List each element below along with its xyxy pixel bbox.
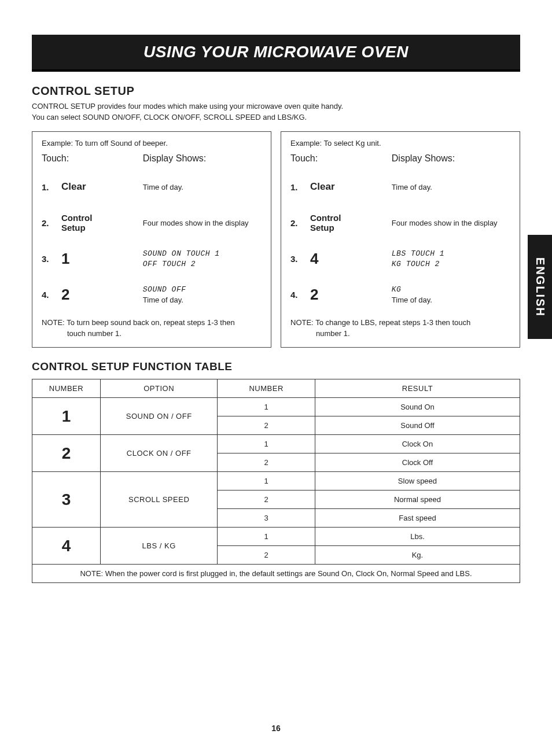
lcd-text: LBS TOUCH 1	[392, 249, 510, 259]
table-row: 3 SCROLL SPEED 1 Slow speed	[32, 472, 520, 491]
page-number: 16	[0, 724, 552, 733]
option-number: 1	[32, 398, 101, 435]
result: Sound Off	[315, 416, 520, 435]
lcd-text: SOUND OFF	[143, 285, 262, 295]
result: Clock Off	[315, 453, 520, 472]
step-touch: ControlSetup	[61, 213, 143, 233]
note-label: NOTE:	[42, 318, 65, 327]
option-name: LBS / KG	[101, 528, 218, 565]
step-touch: ControlSetup	[310, 213, 392, 233]
sub-number: 1	[218, 472, 315, 491]
note-label: NOTE:	[290, 318, 314, 327]
lcd-text: SOUND ON TOUCH 1	[143, 249, 262, 259]
function-table-heading: CONTROL SETUP FUNCTION TABLE	[32, 360, 520, 373]
example-note: NOTE: To change to LBS, repeat steps 1-3…	[290, 318, 510, 340]
table-note-row: NOTE: When the power cord is first plugg…	[32, 565, 520, 583]
time-of-day-text: Time of day.	[143, 296, 183, 304]
example-title: Example: To select Kg unit.	[290, 139, 510, 147]
note-text: To turn beep sound back on, repeat steps…	[67, 318, 235, 327]
step-display: KG Time of day.	[392, 285, 510, 305]
sub-number: 1	[218, 435, 315, 453]
option-number: 2	[32, 435, 101, 472]
sub-number: 1	[218, 528, 315, 546]
step-touch: 2	[61, 286, 143, 303]
sub-number: 2	[218, 546, 315, 565]
sub-number: 1	[218, 398, 315, 416]
page: USING YOUR MICROWAVE OVEN CONTROL SETUP …	[0, 0, 552, 606]
step-display: Time of day.	[392, 182, 510, 193]
option-name: SCROLL SPEED	[101, 472, 218, 528]
note-text-cont: touch number 1.	[42, 329, 262, 340]
note-label: NOTE:	[80, 569, 103, 578]
th-number: NUMBER	[32, 379, 101, 398]
step-touch: 1	[61, 250, 143, 267]
example-title: Example: To turn off Sound of beeper.	[42, 139, 262, 147]
option-number: 3	[32, 472, 101, 528]
table-header-row: NUMBER OPTION NUMBER RESULT	[32, 379, 520, 398]
step-row: 2. ControlSetup Four modes show in the d…	[42, 205, 262, 241]
step-number: 1.	[42, 182, 61, 192]
step-row: 2. ControlSetup Four modes show in the d…	[290, 205, 510, 241]
step-touch: 2	[310, 286, 392, 303]
result: Sound On	[315, 398, 520, 416]
option-name: SOUND ON / OFF	[101, 398, 218, 435]
table-row: 2 CLOCK ON / OFF 1 Clock On	[32, 435, 520, 453]
step-row: 1. Clear Time of day.	[42, 169, 262, 205]
step-row: 3. 1 SOUND ON TOUCH 1 OFF TOUCH 2	[42, 241, 262, 277]
table-row: 1 SOUND ON / OFF 1 Sound On	[32, 398, 520, 416]
result: Normal speed	[315, 491, 520, 509]
step-number: 3.	[42, 254, 61, 264]
touch-header: Touch:	[42, 153, 143, 164]
lcd-text: OFF TOUCH 2	[143, 259, 262, 270]
language-tab-label: ENGLISH	[533, 257, 547, 317]
control-setup-heading: CONTROL SETUP	[32, 84, 520, 98]
step-number: 4.	[42, 290, 61, 300]
step-display: Time of day.	[143, 182, 262, 193]
result: Lbs.	[315, 528, 520, 546]
step-row: 4. 2 SOUND OFF Time of day.	[42, 277, 262, 313]
lcd-text: KG	[392, 285, 510, 295]
display-header: Display Shows:	[143, 153, 262, 164]
step-number: 3.	[290, 254, 310, 264]
intro-line-2: You can select SOUND ON/OFF, CLOCK ON/OF…	[32, 113, 307, 121]
sub-number: 2	[218, 491, 315, 509]
function-table: NUMBER OPTION NUMBER RESULT 1 SOUND ON /…	[32, 379, 520, 583]
step-number: 4.	[290, 290, 310, 300]
note-text: To change to LBS, repeat steps 1-3 then …	[315, 318, 470, 327]
step-display: SOUND ON TOUCH 1 OFF TOUCH 2	[143, 249, 262, 270]
step-display: Four modes show in the display	[392, 218, 510, 228]
step-row: 4. 2 KG Time of day.	[290, 277, 510, 313]
page-banner: USING YOUR MICROWAVE OVEN	[32, 35, 520, 72]
columns-header: Touch: Display Shows:	[290, 153, 510, 164]
touch-header: Touch:	[290, 153, 392, 164]
result: Kg.	[315, 546, 520, 565]
example-sound-off: Example: To turn off Sound of beeper. To…	[32, 131, 271, 348]
step-number: 1.	[290, 182, 310, 192]
th-result: RESULT	[315, 379, 520, 398]
step-display: SOUND OFF Time of day.	[143, 285, 262, 305]
step-number: 2.	[42, 218, 61, 228]
example-kg-unit: Example: To select Kg unit. Touch: Displ…	[281, 131, 520, 348]
note-text: When the power cord is first plugged in,…	[105, 569, 472, 578]
step-row: 3. 4 LBS TOUCH 1 KG TOUCH 2	[290, 241, 510, 277]
step-display: Four modes show in the display	[143, 218, 262, 228]
examples-row: Example: To turn off Sound of beeper. To…	[32, 131, 520, 348]
step-touch: Clear	[61, 182, 143, 193]
option-number: 4	[32, 528, 101, 565]
language-tab: ENGLISH	[528, 235, 552, 339]
step-display: LBS TOUCH 1 KG TOUCH 2	[392, 249, 510, 270]
th-option: OPTION	[101, 379, 218, 398]
display-header: Display Shows:	[392, 153, 510, 164]
lcd-text: KG TOUCH 2	[392, 259, 510, 270]
control-setup-intro: CONTROL SETUP provides four modes which …	[32, 101, 520, 123]
sub-number: 2	[218, 416, 315, 435]
result: Clock On	[315, 435, 520, 453]
note-text-cont: number 1.	[290, 329, 510, 340]
sub-number: 2	[218, 453, 315, 472]
option-name: CLOCK ON / OFF	[101, 435, 218, 472]
result: Fast speed	[315, 509, 520, 528]
columns-header: Touch: Display Shows:	[42, 153, 262, 164]
result: Slow speed	[315, 472, 520, 491]
step-number: 2.	[290, 218, 310, 228]
example-note: NOTE: To turn beep sound back on, repeat…	[42, 318, 262, 340]
